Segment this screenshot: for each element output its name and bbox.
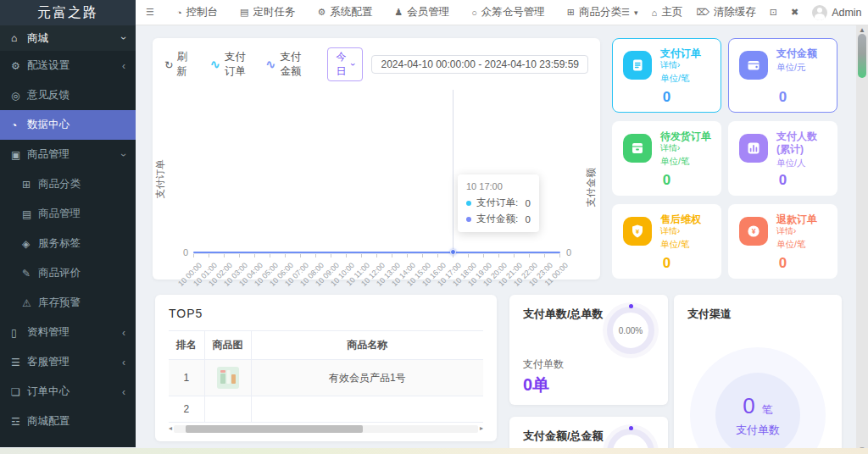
top5-title: TOP5 <box>169 307 483 320</box>
table-row[interactable]: 1有效会员产品1号 <box>169 360 483 396</box>
card-value: 0 <box>729 89 837 106</box>
stat-card-pay-orders[interactable]: 支付订单详情›单位/笔0 <box>612 38 721 113</box>
detail-link[interactable]: 详情› <box>660 143 680 154</box>
sidebar-item-material-management[interactable]: ▯资料管理‹ <box>0 318 136 347</box>
detail-link[interactable]: 详情› <box>776 226 796 237</box>
product-image <box>217 367 239 389</box>
sidebar-toggle-icon[interactable]: ☰ <box>146 7 154 18</box>
sidebar-item-product-admin[interactable]: ▤商品管理 <box>0 199 136 229</box>
channel-donut: 0 笔 支付单数 <box>715 373 800 454</box>
sidebar-item-product-category[interactable]: ⊞商品分类 <box>0 169 136 199</box>
x-axis-tick <box>285 254 286 257</box>
nav-item-crowdfunding[interactable]: ○众筹仓号管理 <box>471 5 545 19</box>
card-value: 0 <box>729 172 837 189</box>
series-dot-icon <box>466 217 471 222</box>
sidebar-item-delivery-settings[interactable]: ⚙配送设置‹ <box>0 51 136 80</box>
line-chart[interactable]: 支付订单 支付金额 0 0 10 00:0010 01:0010 02:0010… <box>153 81 600 285</box>
warning-icon: ⚠ <box>22 297 38 309</box>
card-unit: 单位/笔 <box>660 156 712 168</box>
scroll-left-icon[interactable]: ◂ <box>169 424 172 433</box>
app-window: 元富之路 ⌂商城›⚙配送设置‹◎意见反馈◔数据中心▣商品管理›⊞商品分类▤商品管… <box>0 0 868 454</box>
refresh-tab-icon[interactable]: ⊡ <box>770 7 777 18</box>
vscroll-thumb[interactable] <box>858 34 866 78</box>
stat-card-after-sales[interactable]: ¥售后维权详情›单位/笔0 <box>612 204 721 279</box>
channel-unit: 笔 <box>762 402 773 418</box>
sidebar-item-product-management[interactable]: ▣商品管理› <box>0 140 136 169</box>
card-unit: 单位/笔 <box>776 239 828 251</box>
rank-cell: 1 <box>169 360 204 396</box>
navbar-menu: ☰ ◔控制台▤定时任务⚙系统配置♟会员管理○众筹仓号管理⊞商品分类 <box>146 5 621 19</box>
refund-icon: ¥ <box>739 217 768 246</box>
stat-card-pay-amount[interactable]: 支付金额单位/元0 <box>728 38 837 113</box>
x-axis-tick <box>422 254 423 257</box>
refresh-button[interactable]: ↻ 刷新 <box>164 50 187 79</box>
stat-card-pending-shipment[interactable]: 待发货订单详情›单位/笔0 <box>612 121 721 196</box>
nav-item-system-config[interactable]: ⚙系统配置 <box>317 5 372 19</box>
card-body: 待发货订单详情›单位/笔 <box>660 130 712 168</box>
sidebar-item-mall-config[interactable]: ☲商城配置 <box>0 407 136 436</box>
list-alt-icon: ▤ <box>240 7 248 18</box>
nav-item-member-management[interactable]: ♟会员管理 <box>394 5 449 19</box>
sidebar-item-feedback[interactable]: ◎意见反馈 <box>0 80 136 110</box>
hscroll-track[interactable] <box>174 425 478 433</box>
nav-item-product-category[interactable]: ⊞商品分类 <box>567 5 621 19</box>
date-range-input[interactable]: 2024-04-10 00:00:00 - 2024-04-10 23:59:5… <box>371 55 588 74</box>
scroll-right-icon[interactable]: ▸ <box>480 424 483 433</box>
barchart-icon <box>739 134 768 163</box>
date-preset-button[interactable]: 今日 › <box>327 47 363 81</box>
sidebar-item-product-reviews[interactable]: ✎商品评价 <box>0 258 136 288</box>
table-header-row: 排名商品图商品名称 <box>169 331 483 360</box>
rank-cell: 2 <box>169 396 204 423</box>
scroll-up-icon[interactable]: ▲ <box>856 26 868 34</box>
detail-link[interactable]: 详情› <box>660 226 680 237</box>
sidebar-item-mall[interactable]: ⌂商城› <box>0 25 136 51</box>
stat-card-pay-users[interactable]: 支付人数(累计)单位/人0 <box>728 121 837 196</box>
sidebar-item-stock-warning[interactable]: ⚠库存预警 <box>0 288 136 318</box>
gauge-value: 0单 <box>523 374 549 396</box>
bag-icon: ▤ <box>22 208 38 220</box>
hscroll-thumb[interactable] <box>186 425 362 433</box>
tooltip-series-value: 0 <box>526 198 531 208</box>
nav-item-scheduled-tasks[interactable]: ▤定时任务 <box>240 5 295 19</box>
home-label: 主页 <box>661 5 682 19</box>
clear-cache-button[interactable]: ⌦ 清除缓存 <box>696 5 756 19</box>
x-axis-tick <box>361 254 362 257</box>
card-unit: 单位/元 <box>776 62 828 74</box>
table-row[interactable]: 2 <box>169 396 483 423</box>
document-icon: ❏ <box>11 386 27 398</box>
tooltip-series-label: 支付金额: <box>476 213 518 225</box>
vertical-scrollbar[interactable]: ▲ ▼ <box>856 25 868 454</box>
home-button[interactable]: ⌂ 主页 <box>651 5 682 19</box>
x-axis-tick <box>514 254 515 257</box>
sidebar-item-customer-service[interactable]: ☰客服管理‹ <box>0 347 136 377</box>
user-menu[interactable]: Admin <box>812 5 861 20</box>
card-title: 待发货订单 <box>660 130 711 143</box>
svg-text:¥: ¥ <box>752 227 756 235</box>
legend-item-2[interactable]: ∿支付金额 <box>265 50 303 79</box>
chart-header: ↻ 刷新 ∿支付订单∿支付金额 今日 › 2024-04-10 00:00:00… <box>153 38 600 81</box>
card-value: 0 <box>613 172 721 189</box>
menu-dropdown[interactable]: ☰ ▾ <box>621 7 637 18</box>
sidebar-item-service-tags[interactable]: ◈服务标签 <box>0 229 136 258</box>
chevron-left-icon: ‹ <box>122 327 125 339</box>
home-icon: ⌂ <box>651 8 657 18</box>
tooltip-row: 支付订单:0 <box>466 197 531 209</box>
sidebar-item-order-center[interactable]: ❏订单中心‹ <box>0 377 136 407</box>
legend-item-1[interactable]: ∿支付订单 <box>209 50 247 79</box>
x-axis-tick <box>544 254 545 257</box>
sidebar-item-data-center[interactable]: ◔数据中心 <box>0 110 136 140</box>
fullscreen-icon[interactable]: ✖ <box>791 7 798 18</box>
nav-item-console[interactable]: ◔控制台 <box>176 5 218 19</box>
sidebar-item-label: 配送设置 <box>27 58 70 73</box>
package-icon <box>623 134 652 163</box>
card-value: 0 <box>729 255 837 272</box>
y-axis-left-zero: 0 <box>183 247 188 257</box>
table-horizontal-scrollbar[interactable]: ◂ ▸ <box>169 424 483 433</box>
stat-card-refund-orders[interactable]: ¥退款订单详情›单位/笔0 <box>728 204 837 279</box>
card-body: 支付订单详情›单位/笔 <box>660 47 712 85</box>
trash-icon: ⌦ <box>696 7 709 18</box>
nav-item-label: 众筹仓号管理 <box>481 5 545 19</box>
x-axis-tick <box>300 254 301 257</box>
card-unit: 单位/笔 <box>660 239 712 251</box>
detail-link[interactable]: 详情› <box>660 60 680 71</box>
